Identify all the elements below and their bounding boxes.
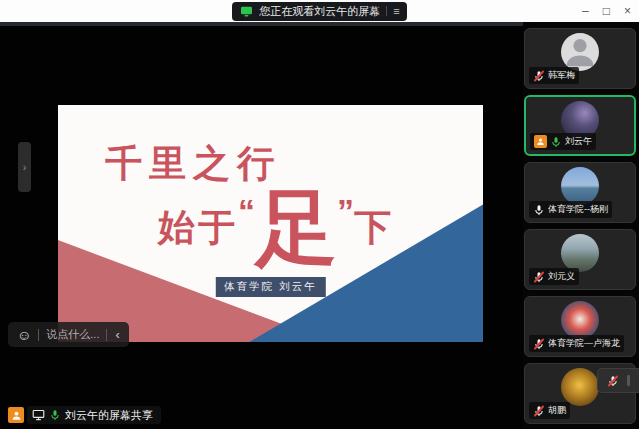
meeting-window: 您正在观看刘云午的屏幕 ≡ – □ × 千里之行 始于 “ 足 ” 下 — [0, 0, 639, 429]
participant-name: 胡鹏 — [548, 404, 566, 417]
window-controls: – □ × — [582, 0, 631, 22]
participant-name: 刘云午 — [565, 135, 592, 148]
participant-name-badge: 胡鹏 — [529, 402, 570, 419]
participant-tile[interactable]: 体育学院—卢海龙 — [524, 296, 636, 357]
title-bar: 您正在观看刘云午的屏幕 ≡ – □ × — [0, 0, 639, 22]
divider — [106, 329, 107, 341]
participant-name: 韩军梅 — [548, 69, 575, 82]
participant-name-badge: 韩军梅 — [529, 67, 579, 84]
presentation-slide: 千里之行 始于 “ 足 ” 下 体育学院 刘云午 — [58, 105, 483, 342]
mic-muted-icon — [533, 338, 545, 350]
screen-view-notification[interactable]: 您正在观看刘云午的屏幕 ≡ — [232, 2, 406, 21]
slide-author-badge: 体育学院 刘云午 — [215, 277, 325, 297]
divider — [38, 329, 39, 341]
participant-name-badge: 体育学院—卢海龙 — [529, 335, 624, 352]
notification-text: 您正在观看刘云午的屏幕 — [259, 4, 380, 19]
minimize-button[interactable]: – — [582, 0, 589, 22]
avatar — [561, 301, 599, 339]
shared-screen-stage: 千里之行 始于 “ 足 ” 下 体育学院 刘云午 › ☺ 说点什么... ‹ — [0, 22, 523, 429]
chevron-right-icon: › — [23, 161, 27, 173]
host-badge-icon — [534, 135, 547, 148]
mic-speaking-icon — [550, 136, 562, 148]
avatar — [561, 234, 599, 272]
mic-control-popup[interactable] — [597, 368, 639, 393]
avatar — [561, 33, 599, 71]
emoji-icon[interactable]: ☺ — [17, 327, 31, 343]
host-badge-icon — [8, 407, 24, 423]
avatar — [561, 167, 599, 205]
mic-muted-icon — [533, 271, 545, 283]
monitor-icon — [32, 409, 45, 421]
open-quote: “ — [238, 192, 255, 231]
line2-prefix: 始于 — [158, 203, 238, 253]
meeting-content: 千里之行 始于 “ 足 ” 下 体育学院 刘云午 › ☺ 说点什么... ‹ — [0, 22, 639, 429]
mic-on-icon — [49, 409, 61, 421]
participant-name-badge: 体育学院--杨刚 — [529, 201, 612, 218]
line2-suffix: 下 — [354, 203, 394, 253]
mic-muted-icon — [533, 405, 545, 417]
participant-name-badge: 刘元义 — [529, 268, 579, 285]
divider — [386, 6, 387, 16]
participant-name: 刘元义 — [548, 270, 575, 283]
mic-muted-icon[interactable] — [607, 375, 619, 387]
close-quote: ” — [337, 192, 354, 231]
maximize-button[interactable]: □ — [603, 0, 610, 22]
participant-tile[interactable]: 韩军梅 — [524, 28, 636, 89]
clipped-icon-edge — [627, 375, 630, 386]
mic-on-icon — [533, 204, 545, 216]
participant-tile-active-speaker[interactable]: 刘云午 — [524, 95, 636, 156]
share-status-pill: 刘云午的屏幕共享 — [27, 406, 161, 424]
participant-name: 体育学院--杨刚 — [548, 203, 608, 216]
participant-tiles: 韩军梅 刘云午 — [524, 28, 636, 424]
avatar — [561, 368, 599, 406]
share-status-label: 刘云午的屏幕共享 — [65, 408, 153, 423]
screen-share-status-bar: 刘云午的屏幕共享 — [8, 406, 161, 424]
participant-name: 体育学院—卢海龙 — [548, 337, 620, 350]
participant-name-badge: 刘云午 — [530, 133, 596, 150]
participant-tile[interactable]: 刘元义 — [524, 229, 636, 290]
chat-input-placeholder[interactable]: 说点什么... — [46, 327, 99, 342]
chevron-left-icon[interactable]: ‹ — [114, 327, 119, 342]
close-button[interactable]: × — [624, 0, 631, 22]
line2-big-char: 足 — [255, 189, 337, 267]
slide-title-line2: 始于 “ 足 ” 下 — [158, 189, 394, 267]
expand-panel-handle[interactable]: › — [18, 142, 31, 192]
chat-quick-input[interactable]: ☺ 说点什么... ‹ — [8, 322, 129, 347]
layout-switch-icon[interactable]: ≡ — [393, 5, 398, 17]
participant-tile[interactable]: 体育学院--杨刚 — [524, 162, 636, 223]
mic-muted-icon — [533, 70, 545, 82]
participants-sidebar: 韩军梅 刘云午 — [523, 22, 639, 429]
screen-share-icon — [240, 6, 253, 17]
